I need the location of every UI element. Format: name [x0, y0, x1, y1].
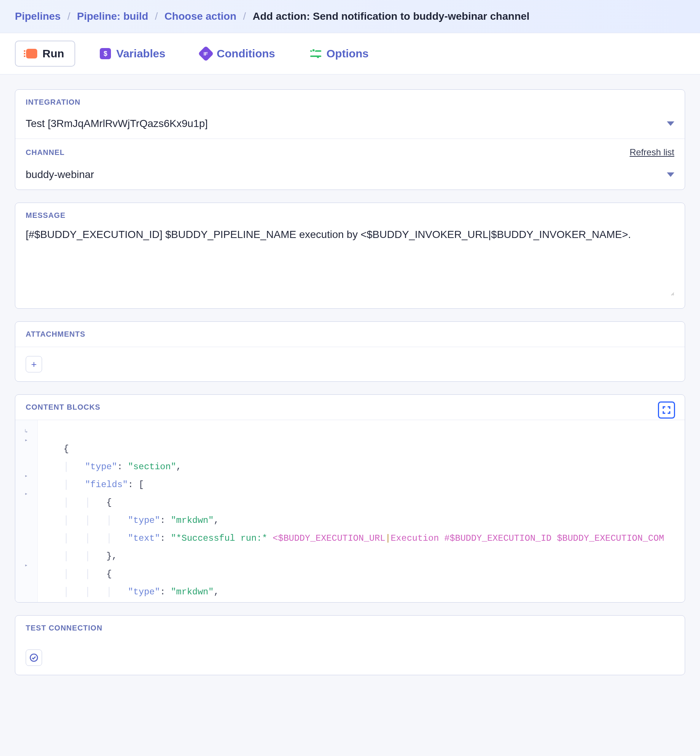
code-editor[interactable]: ↳ ▸ ▸ ▸ ▸ { │ "type": "section", │ "fiel… [15, 420, 685, 602]
expand-editor-button[interactable] [658, 401, 675, 419]
options-icon [310, 48, 321, 59]
tab-variables[interactable]: $ Variables [89, 41, 176, 67]
integration-channel-panel: INTEGRATION Test [3RmJqAMrlRvWjTrQazs6Kx… [15, 89, 685, 190]
conditions-icon: IF [200, 48, 211, 59]
plus-icon: + [31, 358, 36, 370]
breadcrumb-current: Add action: Send notification to buddy-w… [253, 11, 530, 22]
editor-content: { │ "type": "section", │ "fields": [ │ │… [38, 420, 685, 602]
tab-options-label: Options [327, 47, 369, 60]
channel-label: CHANNEL [26, 148, 65, 157]
integration-select[interactable]: Test [3RmJqAMrlRvWjTrQazs6Kx9u1p] [15, 109, 685, 139]
refresh-list-link[interactable]: Refresh list [630, 147, 674, 158]
run-icon [26, 48, 37, 59]
breadcrumb-choose-action[interactable]: Choose action [164, 11, 236, 22]
test-connection-button[interactable] [26, 650, 42, 666]
check-circle-icon [29, 653, 39, 662]
breadcrumb-pipeline-build[interactable]: Pipeline: build [77, 11, 148, 22]
expand-icon [662, 405, 671, 415]
integration-value: Test [3RmJqAMrlRvWjTrQazs6Kx9u1p] [26, 118, 208, 130]
breadcrumb: Pipelines / Pipeline: build / Choose act… [0, 0, 700, 33]
variables-icon: $ [100, 48, 111, 59]
tab-run[interactable]: Run [15, 41, 75, 67]
tab-conditions[interactable]: IF Conditions [190, 41, 286, 67]
content-blocks-panel: CONTENT BLOCKS ↳ ▸ ▸ ▸ ▸ { │ "type": "se… [15, 394, 685, 603]
tab-conditions-label: Conditions [217, 47, 275, 60]
tabs: Run $ Variables IF Conditions Options [0, 33, 700, 75]
test-connection-panel: TEST CONNECTION [15, 615, 685, 675]
chevron-down-icon [667, 172, 674, 177]
breadcrumb-sep: / [155, 11, 158, 22]
tab-run-label: Run [42, 47, 64, 60]
integration-label: INTEGRATION [15, 90, 685, 109]
channel-label-row: CHANNEL Refresh list [15, 139, 685, 160]
breadcrumb-sep: / [67, 11, 70, 22]
chevron-down-icon [667, 121, 674, 126]
add-attachment-button[interactable]: + [26, 356, 42, 373]
channel-value: buddy-webinar [26, 169, 94, 181]
editor-gutter: ↳ ▸ ▸ ▸ ▸ [15, 420, 38, 602]
message-panel: MESSAGE [15, 203, 685, 309]
content-blocks-label: CONTENT BLOCKS [15, 395, 685, 420]
breadcrumb-pipelines[interactable]: Pipelines [15, 11, 61, 22]
tab-options[interactable]: Options [300, 41, 379, 67]
attachments-panel: ATTACHMENTS + [15, 321, 685, 382]
test-connection-label: TEST CONNECTION [15, 615, 685, 640]
breadcrumb-sep: / [243, 11, 246, 22]
tab-variables-label: Variables [116, 47, 165, 60]
message-textarea[interactable] [26, 229, 674, 296]
channel-select[interactable]: buddy-webinar [15, 160, 685, 189]
message-label: MESSAGE [15, 203, 685, 222]
attachments-label: ATTACHMENTS [15, 322, 685, 347]
